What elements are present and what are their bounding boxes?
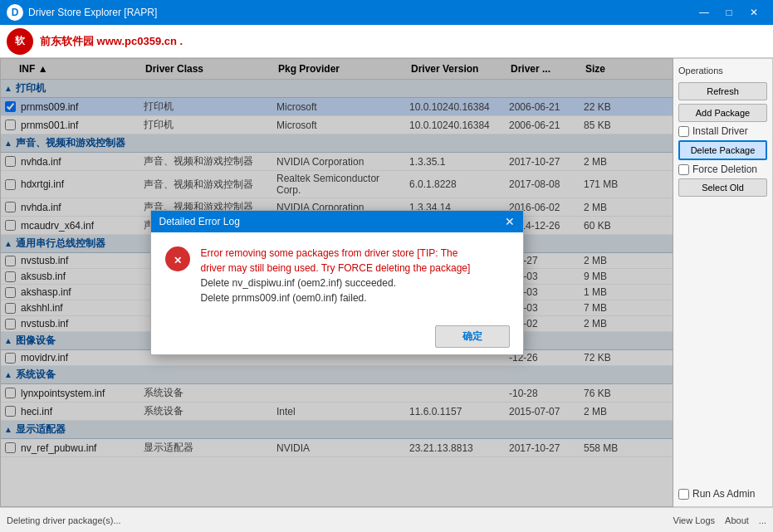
modal-body: ✕ Error removing some packages from driv… — [151, 232, 523, 319]
modal-titlebar: Detailed Error Log ✕ — [151, 211, 523, 232]
watermark-bar: 软 前东软件园 www.pc0359.cn . — [0, 25, 773, 58]
install-driver-label: Install Driver — [692, 125, 748, 137]
modal-overlay: Detailed Error Log ✕ ✕ Error removing so… — [0, 58, 673, 507]
minimize-button[interactable]: — — [692, 0, 717, 25]
delete-package-button[interactable]: Delete Package — [678, 140, 767, 160]
status-text: Deleting driver package(s)... — [7, 515, 121, 525]
run-as-admin-checkbox[interactable] — [678, 489, 689, 500]
view-logs-link[interactable]: View Logs — [673, 515, 716, 525]
force-deletion-checkbox[interactable] — [678, 164, 689, 175]
titlebar: D Driver Store Explorer [RAPR] — □ ✕ — [0, 0, 773, 25]
window-title: Driver Store Explorer [RAPR] — [28, 7, 692, 18]
status-dots: ... — [759, 515, 766, 525]
select-old-button[interactable]: Select Old — [678, 178, 767, 197]
about-link[interactable]: About — [725, 515, 749, 525]
run-as-admin-checkbox-label[interactable]: Run As Admin — [678, 488, 767, 500]
install-driver-checkbox[interactable] — [678, 126, 689, 137]
force-deletion-checkbox-label[interactable]: Force Deletion — [678, 164, 767, 175]
brand-logo: 软 — [7, 28, 33, 55]
modal-line3: Delete nv_dispiwu.inf (oem2.inf) succeed… — [201, 277, 396, 289]
brand-text: 前东软件园 www.pc0359.cn . — [40, 34, 183, 49]
refresh-button[interactable]: Refresh — [678, 82, 767, 100]
svg-text:✕: ✕ — [174, 255, 182, 266]
add-package-button[interactable]: Add Package — [678, 104, 767, 122]
modal-ok-button[interactable]: 确定 — [435, 325, 510, 348]
statusbar: Deleting driver package(s)... View Logs … — [0, 507, 773, 532]
modal-line4: Delete prnms009.inf (oem0.inf) failed. — [201, 292, 367, 304]
modal-line2: driver may still being used. Try FORCE d… — [201, 262, 471, 274]
operations-panel: Operations Refresh Add Package Install D… — [673, 58, 773, 507]
modal-footer: 确定 — [151, 319, 523, 354]
app-logo: D — [7, 4, 23, 21]
modal-title: Detailed Error Log — [159, 216, 240, 227]
maximize-button[interactable]: □ — [717, 0, 741, 25]
modal-message: Error removing some packages from driver… — [201, 246, 471, 305]
modal-line1: Error removing some packages from driver… — [201, 247, 458, 259]
error-icon: ✕ — [164, 246, 191, 272]
run-as-admin-label: Run As Admin — [692, 488, 755, 500]
force-deletion-label: Force Deletion — [692, 164, 757, 175]
modal-close-button[interactable]: ✕ — [505, 216, 515, 227]
statusbar-links: View Logs About ... — [673, 515, 766, 525]
close-button[interactable]: ✕ — [741, 0, 766, 25]
error-modal: Detailed Error Log ✕ ✕ Error removing so… — [150, 210, 524, 355]
operations-label: Operations — [678, 66, 767, 76]
install-driver-checkbox-label[interactable]: Install Driver — [678, 125, 767, 137]
window-controls: — □ ✕ — [692, 0, 766, 25]
